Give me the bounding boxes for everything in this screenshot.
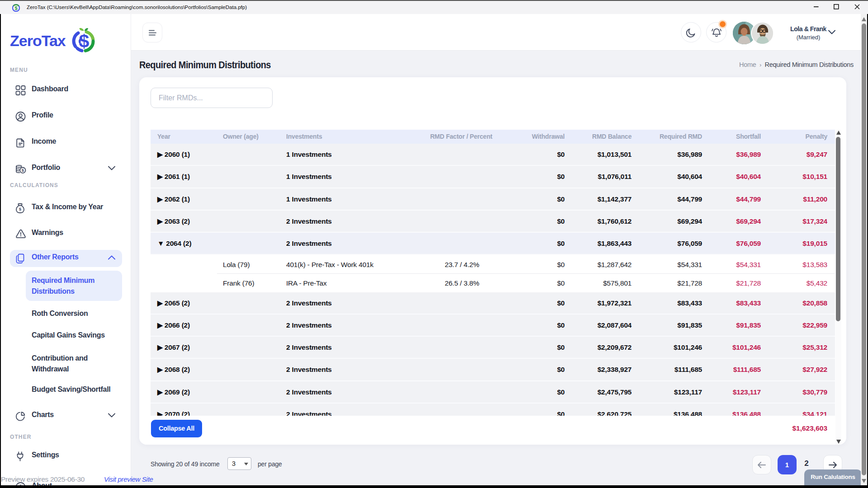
svg-text:$: $	[22, 168, 24, 173]
svg-text:$: $	[14, 5, 17, 11]
svg-text:$: $	[19, 207, 21, 211]
svg-text:$: $	[79, 31, 90, 52]
